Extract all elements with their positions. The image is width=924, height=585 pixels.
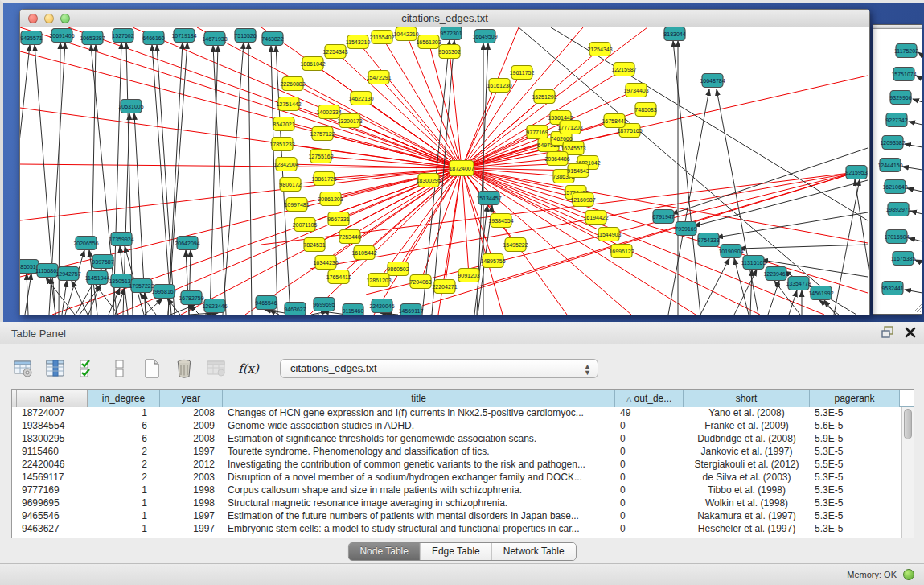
background-network-canvas[interactable]: 1117520215751074932996692273421209358212… xyxy=(873,29,923,315)
function-builder-icon[interactable]: f(x) xyxy=(236,356,261,381)
table-vertical-scrollbar[interactable] xyxy=(901,407,914,538)
svg-text:8183044: 8183044 xyxy=(663,31,685,37)
cell-pagerank: 5.3E-5 xyxy=(810,446,900,459)
svg-text:19892971: 19892971 xyxy=(885,207,910,212)
svg-text:16251291: 16251291 xyxy=(532,94,556,100)
cell-in_degree: 6 xyxy=(88,433,160,446)
cell-year: 2008 xyxy=(160,407,223,420)
table-selector-value: citations_edges.txt xyxy=(290,362,377,374)
table-row[interactable]: 911546021997Tourette syndrome. Phenomeno… xyxy=(12,446,914,459)
table-toolbar: f(x) citations_edges.txt ▲▼ xyxy=(11,356,598,381)
table-row[interactable]: 1938455462009Genome-wide association stu… xyxy=(12,420,914,433)
delete-table-icon[interactable] xyxy=(204,356,228,381)
svg-text:1527602: 1527602 xyxy=(112,33,133,39)
cell-name: 9465546 xyxy=(17,510,88,523)
table-row[interactable]: 969969511998Structural magnetic resonanc… xyxy=(12,497,914,510)
svg-text:7824531: 7824531 xyxy=(303,242,325,248)
cell-name: 9463627 xyxy=(17,523,88,536)
table-row[interactable]: 2242004622012Investigating the contribut… xyxy=(12,459,914,472)
table-settings-icon[interactable] xyxy=(11,356,35,381)
status-bar: Memory: OK xyxy=(0,563,924,585)
svg-text:9397587: 9397587 xyxy=(92,259,113,265)
table-selector[interactable]: citations_edges.txt ▲▼ xyxy=(280,359,598,378)
svg-text:15561442: 15561442 xyxy=(548,115,573,121)
table-row[interactable]: 1872400712008Changes of HCN gene express… xyxy=(12,407,914,420)
unselect-all-icon[interactable] xyxy=(108,356,132,381)
network-window-titlebar[interactable]: citations_edges.txt xyxy=(20,10,869,27)
svg-text:20071105: 20071105 xyxy=(293,222,318,228)
show-column-icon[interactable] xyxy=(43,356,68,381)
table-tab-bar: Node TableEdge TableNetwork Table xyxy=(347,542,576,561)
svg-text:11316165: 11316165 xyxy=(741,260,766,266)
tab-node-table[interactable]: Node Table xyxy=(348,543,420,560)
svg-text:15495222: 15495222 xyxy=(503,242,528,248)
cell-out_de...: 0 xyxy=(615,459,684,472)
new-column-icon[interactable] xyxy=(140,356,164,381)
scrollbar-thumb[interactable] xyxy=(904,409,912,439)
svg-text:9806172: 9806172 xyxy=(279,182,301,187)
cell-short: Yano et al. (2008) xyxy=(684,407,810,420)
svg-text:7462666: 7462666 xyxy=(550,136,572,142)
cell-name: 18724007 xyxy=(17,407,88,420)
table-panel-header: Table Panel xyxy=(0,322,924,344)
tab-edge-table[interactable]: Edge Table xyxy=(420,543,491,560)
svg-text:19384554: 19384554 xyxy=(488,218,513,224)
svg-text:10997481: 10997481 xyxy=(284,202,309,208)
cell-short: Wolkin et al. (1998) xyxy=(684,497,810,510)
cell-year: 1998 xyxy=(160,484,223,497)
svg-text:12751442: 12751442 xyxy=(276,101,301,107)
svg-text:12444150: 12444150 xyxy=(877,163,902,168)
svg-text:11544903: 11544903 xyxy=(597,232,622,237)
svg-text:10719184: 10719184 xyxy=(171,33,196,39)
column-header-title[interactable]: title xyxy=(223,390,615,407)
svg-text:10442210: 10442210 xyxy=(393,31,418,37)
network-canvas[interactable]: 9435571206914061065328715276026466160107… xyxy=(20,27,869,315)
column-header-out_de...[interactable]: △out_de... xyxy=(615,390,684,407)
cell-title: Investigating the contribution of common… xyxy=(223,459,615,472)
table-body: 1872400712008Changes of HCN gene express… xyxy=(12,407,914,536)
delete-column-icon[interactable] xyxy=(172,356,196,381)
cell-short: Dudbridge et al. (2008) xyxy=(684,433,810,446)
cell-out_de...: 0 xyxy=(615,420,684,433)
svg-text:16561203: 16561203 xyxy=(416,39,441,45)
column-header-in_degree[interactable]: in_degree xyxy=(88,390,160,407)
table-panel-body: f(x) citations_edges.txt ▲▼ namein_degre… xyxy=(0,344,924,562)
cell-out_de...: 0 xyxy=(615,472,684,484)
svg-text:16649509: 16649509 xyxy=(472,34,497,39)
cell-year: 1997 xyxy=(160,446,223,459)
tab-network-table[interactable]: Network Table xyxy=(491,543,576,560)
float-window-icon[interactable] xyxy=(881,326,895,339)
table-row[interactable]: 1830029562008Estimation of significance … xyxy=(12,433,914,446)
table-header-row: namein_degreeyeartitle△out_de...shortpag… xyxy=(12,390,914,407)
svg-text:17771203: 17771203 xyxy=(557,125,582,130)
cell-year: 2012 xyxy=(160,459,223,472)
cell-name: 9777169 xyxy=(17,484,88,497)
table-row[interactable]: 1456911722003Disruption of a novel membe… xyxy=(12,472,914,484)
column-header-pagerank[interactable]: pagerank xyxy=(810,390,900,407)
column-header-short[interactable]: short xyxy=(684,390,810,407)
cell-name: 9699695 xyxy=(17,497,88,510)
node-table: namein_degreeyeartitle△out_de...shortpag… xyxy=(11,389,914,538)
column-header-name[interactable]: name xyxy=(17,390,88,407)
column-header-year[interactable]: year xyxy=(160,390,223,407)
svg-text:6466160: 6466160 xyxy=(142,35,164,41)
cell-pagerank: 5.3E-5 xyxy=(810,472,900,484)
cell-pagerank: 5.6E-5 xyxy=(810,420,900,433)
background-network-window[interactable]: 1117520215751074932996692273421209358212… xyxy=(873,24,922,315)
cell-year: 1997 xyxy=(160,510,223,523)
network-window[interactable]: citations_edges.txt 94355712069140610653… xyxy=(19,9,870,315)
cell-out_de...: 0 xyxy=(615,484,684,497)
svg-text:9463627: 9463627 xyxy=(284,307,306,312)
cell-pagerank: 5.3E-5 xyxy=(810,523,900,536)
svg-text:15472291: 15472291 xyxy=(366,75,391,80)
table-row[interactable]: 946554611997Estimation of the future num… xyxy=(12,510,914,523)
table-row[interactable]: 946362711997Embryonic stem cells: a mode… xyxy=(12,523,914,536)
svg-text:16782759: 16782759 xyxy=(179,295,203,301)
svg-text:13354778: 13354778 xyxy=(786,281,811,286)
svg-text:15134457: 15134457 xyxy=(476,196,501,201)
svg-text:18861042: 18861042 xyxy=(300,61,325,67)
select-all-icon[interactable] xyxy=(76,356,100,381)
table-row[interactable]: 977716911998Corpus callosum shape and si… xyxy=(12,484,914,497)
svg-text:19958167: 19958167 xyxy=(151,289,176,295)
close-panel-icon[interactable] xyxy=(905,327,916,338)
